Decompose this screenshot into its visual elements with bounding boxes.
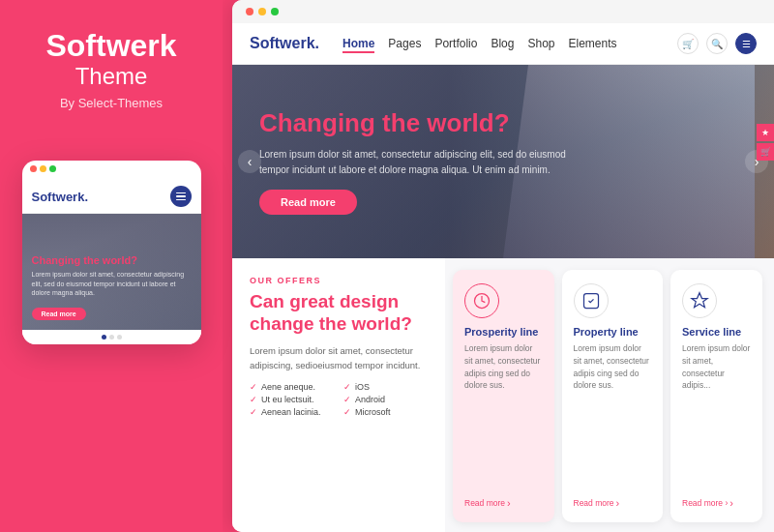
mobile-nav: Softwerk.: [22, 178, 201, 214]
nav-link-shop[interactable]: Shop: [527, 37, 554, 50]
mobile-hero-content: Changing the world? Lorem ipsum dolor si…: [32, 253, 192, 321]
cart-icon[interactable]: 🛒: [677, 33, 699, 54]
offers-title: Can great design change the world?: [250, 291, 428, 336]
left-panel: Softwerk Theme By Select-Themes Softwerk…: [0, 0, 223, 532]
mobile-hamburger-icon[interactable]: [170, 186, 192, 207]
slide-dot-2[interactable]: [109, 335, 114, 340]
mobile-hero-title: Changing the world?: [32, 253, 192, 267]
card-third-link[interactable]: Read more ›: [682, 497, 751, 509]
hero-side-tabs: ★ 🛒: [757, 124, 774, 161]
mobile-hero-text: Lorem ipsum dolor sit amet, consectetur …: [32, 270, 192, 298]
nav-link-blog[interactable]: Blog: [491, 37, 514, 50]
card-property-link[interactable]: Read more: [574, 497, 652, 509]
card-property: Property line Lorem ipsum dolor sit amet…: [562, 270, 664, 522]
desktop-content: Softwerk. Home Pages Portfolio Blog Shop…: [232, 23, 774, 532]
mobile-hero: Changing the world? Lorem ipsum dolor si…: [22, 214, 201, 330]
nav-link-home[interactable]: Home: [342, 37, 374, 50]
card-prosperity-title: Prosperity line: [464, 326, 543, 338]
card-property-text: Lorem ipsum dolor sit amet, consectetur …: [574, 342, 652, 491]
desktop-nav-icons: 🛒 🔍 ☰: [677, 33, 757, 54]
side-tab-1[interactable]: ★: [757, 124, 774, 141]
desktop-panel: Softwerk. Home Pages Portfolio Blog Shop…: [232, 0, 774, 532]
desktop-nav-links: Home Pages Portfolio Blog Shop Elements: [342, 37, 662, 50]
card-third-icon: [682, 283, 717, 318]
card-third: Service line Lorem ipsum dolor sit amet,…: [670, 270, 762, 522]
search-icon[interactable]: 🔍: [706, 33, 728, 54]
brand-title: Softwerk: [45, 29, 176, 63]
offer-item-3: Aenean lacinia.: [250, 407, 334, 417]
card-third-title: Service line: [682, 326, 751, 338]
offer-item-1: Aene aneque.: [250, 382, 334, 392]
offer-item-2: Ut eu lectsuit.: [250, 395, 334, 404]
brand-subtitle: Theme: [45, 63, 176, 90]
slide-dot-3[interactable]: [117, 335, 122, 340]
cards-section: Prosperity line Lorem ipsum dolor sit am…: [445, 258, 774, 532]
mobile-dot-red: [30, 165, 37, 172]
desktop-nav-brand: Softwerk.: [250, 35, 319, 52]
browser-dot-yellow: [258, 8, 266, 15]
offers-text: Lorem ipsum dolor sit amet, consectetur …: [250, 343, 428, 372]
mobile-dot-green: [49, 165, 56, 172]
mobile-slide-indicators: [22, 330, 201, 344]
card-prosperity-icon: [464, 283, 499, 318]
browser-dot-red: [246, 8, 253, 15]
card-third-text: Lorem ipsum dolor sit amet, consectetur …: [682, 342, 751, 491]
desktop-nav: Softwerk. Home Pages Portfolio Blog Shop…: [232, 23, 774, 65]
card-property-icon: [574, 283, 609, 318]
hero-read-more-button[interactable]: Read more: [259, 190, 357, 215]
desktop-bottom: OUR OFFERS Can great design change the w…: [232, 258, 774, 532]
nav-link-portfolio[interactable]: Portfolio: [434, 37, 477, 50]
offers-list: Aene aneque. iOS Ut eu lectsuit. Android…: [250, 382, 428, 417]
offer-item-4: iOS: [343, 382, 428, 392]
card-prosperity-link[interactable]: Read more: [464, 497, 543, 509]
offer-item-5: Android: [343, 395, 428, 404]
mobile-dot-yellow: [40, 165, 46, 172]
mobile-brand: Softwerk.: [32, 190, 89, 204]
mobile-mockup: Softwerk. Changing the world? Lorem ipsu…: [22, 161, 201, 344]
slide-dot-1[interactable]: [102, 335, 106, 340]
menu-icon[interactable]: ☰: [735, 33, 757, 54]
desktop-hero: Changing the world? Lorem ipsum dolor si…: [232, 65, 774, 258]
hero-title-highlight: world?: [427, 108, 509, 137]
browser-bar: [232, 0, 774, 23]
brand-by: By Select-Themes: [45, 96, 176, 110]
hero-title: Changing the world?: [259, 108, 569, 138]
browser-dot-green: [271, 8, 279, 15]
offers-label: OUR OFFERS: [250, 276, 428, 285]
card-property-title: Property line: [574, 326, 652, 338]
nav-link-elements[interactable]: Elements: [568, 37, 616, 50]
nav-link-pages[interactable]: Pages: [388, 37, 421, 50]
mobile-read-more-button[interactable]: Read more: [32, 308, 86, 320]
hero-content: Changing the world? Lorem ipsum dolor si…: [232, 108, 596, 214]
offer-item-6: Microsoft: [343, 407, 428, 417]
offers-section: OUR OFFERS Can great design change the w…: [232, 258, 445, 532]
card-prosperity-text: Lorem ipsum dolor sit amet, consectetur …: [464, 342, 543, 491]
hero-text: Lorem ipsum dolor sit amet, consectetur …: [259, 147, 569, 178]
card-prosperity: Prosperity line Lorem ipsum dolor sit am…: [453, 270, 554, 522]
side-tab-2[interactable]: 🛒: [757, 143, 774, 161]
